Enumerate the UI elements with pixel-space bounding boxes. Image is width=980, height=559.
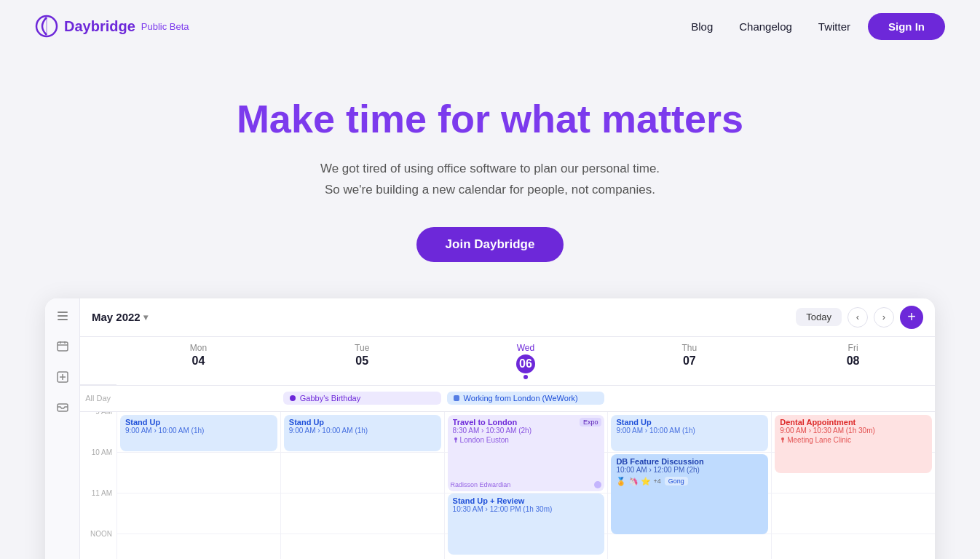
tue-standup-event[interactable]: Stand Up 9:00 AM › 10:00 AM (1h) bbox=[284, 415, 441, 451]
day-header-wed: Wed 06 bbox=[444, 337, 608, 385]
hero-subtitle: We got tired of using office software to… bbox=[17, 159, 963, 201]
day-col-mon: Stand Up 9:00 AM › 10:00 AM (1h) Lunch 1… bbox=[116, 412, 280, 559]
fri-dental-event[interactable]: Dental Appointment 9:00 AM › 10:30 AM (1… bbox=[775, 415, 932, 473]
calendar-sidebar bbox=[45, 298, 80, 559]
logo-icon bbox=[35, 15, 58, 38]
svg-point-16 bbox=[781, 437, 784, 440]
svg-rect-4 bbox=[58, 319, 68, 320]
month-label: May 2022 ▾ bbox=[92, 311, 148, 323]
allday-wed: Working from London (WeWork) bbox=[444, 389, 608, 407]
brand-name: Daybridge bbox=[64, 18, 135, 35]
svg-rect-2 bbox=[58, 312, 68, 313]
svg-rect-12 bbox=[58, 404, 68, 411]
nav-twitter[interactable]: Twitter bbox=[818, 20, 850, 33]
svg-rect-3 bbox=[58, 315, 68, 317]
svg-point-13 bbox=[290, 395, 296, 401]
time-noon: NOON bbox=[80, 534, 116, 559]
month-chevron-icon: ▾ bbox=[143, 312, 148, 322]
days-grid: Stand Up 9:00 AM › 10:00 AM (1h) Lunch 1… bbox=[116, 412, 935, 559]
today-button[interactable]: Today bbox=[796, 308, 842, 326]
calendar-header: May 2022 ▾ Today ‹ › + bbox=[80, 298, 935, 337]
day-header-mon: Mon 04 bbox=[116, 337, 280, 385]
wed-standup-review-event[interactable]: Stand Up + Review 10:30 AM › 12:00 PM (1… bbox=[448, 493, 605, 555]
birthday-event[interactable]: Gabby's Birthday bbox=[283, 392, 441, 405]
time-col-spacer bbox=[80, 337, 116, 385]
join-button[interactable]: Join Daybridge bbox=[416, 227, 564, 262]
time-labels-col: 9 AM 10 AM 11 AM NOON 1 PM bbox=[80, 412, 116, 559]
svg-point-15 bbox=[454, 437, 457, 440]
thu-standup-event[interactable]: Stand Up 9:00 AM › 10:00 AM (1h) bbox=[611, 415, 768, 451]
sidebar-toggle-icon[interactable] bbox=[54, 307, 71, 325]
next-week-button[interactable]: › bbox=[874, 307, 894, 328]
logo-link[interactable]: Daybridge bbox=[35, 15, 135, 38]
sidebar-task-icon[interactable] bbox=[54, 368, 71, 386]
beta-badge: Public Beta bbox=[141, 21, 189, 32]
nav-links: Blog Changelog Twitter bbox=[691, 20, 850, 33]
nav-changelog[interactable]: Changelog bbox=[739, 20, 792, 33]
svg-rect-5 bbox=[58, 342, 68, 351]
hero-section: Make time for what matters We got tired … bbox=[0, 52, 980, 298]
sidebar-calendar-icon[interactable] bbox=[54, 338, 71, 355]
day-header-thu: Thu 07 bbox=[607, 337, 771, 385]
day-col-tue: Stand Up 9:00 AM › 10:00 AM (1h) bbox=[280, 412, 444, 559]
time-9am: 9 AM bbox=[80, 412, 116, 453]
allday-tue: Gabby's Birthday bbox=[280, 389, 444, 407]
time-10am: 10 AM bbox=[80, 453, 116, 493]
add-event-button[interactable]: + bbox=[900, 306, 923, 329]
time-grid: 9 AM 10 AM 11 AM NOON 1 PM bbox=[80, 412, 935, 559]
time-11am: 11 AM bbox=[80, 493, 116, 534]
day-header-tue: Tue 05 bbox=[280, 337, 444, 385]
navbar: Daybridge Public Beta Blog Changelog Twi… bbox=[0, 0, 980, 52]
allday-row: All Day Gabby's Birthday Working from Lo… bbox=[80, 386, 935, 412]
calendar-main: May 2022 ▾ Today ‹ › + Mon 04 Tue 05 Wed bbox=[80, 298, 935, 559]
svg-rect-14 bbox=[454, 395, 459, 401]
day-col-wed: Travel to London 8:30 AM › 10:30 AM (2h)… bbox=[444, 412, 608, 559]
day-col-fri: Dental Appointment 9:00 AM › 10:30 AM (1… bbox=[771, 412, 935, 559]
hero-title: Make time for what matters bbox=[17, 96, 963, 141]
day-col-thu: Stand Up 9:00 AM › 10:00 AM (1h) DB Feat… bbox=[607, 412, 771, 559]
day-headers: Mon 04 Tue 05 Wed 06 Thu 07 Fri 08 bbox=[80, 337, 935, 386]
nav-blog[interactable]: Blog bbox=[691, 20, 713, 33]
calendar-controls: Today ‹ › + bbox=[796, 306, 923, 329]
mon-standup-event[interactable]: Stand Up 9:00 AM › 10:00 AM (1h) bbox=[120, 415, 277, 451]
prev-week-button[interactable]: ‹ bbox=[847, 307, 868, 328]
signin-button[interactable]: Sign In bbox=[868, 13, 945, 40]
allday-label: All Day bbox=[80, 394, 116, 403]
sidebar-inbox-icon[interactable] bbox=[54, 399, 71, 416]
calendar-preview: May 2022 ▾ Today ‹ › + Mon 04 Tue 05 Wed bbox=[45, 298, 935, 559]
wed-travel-event[interactable]: Travel to London 8:30 AM › 10:30 AM (2h)… bbox=[448, 415, 605, 491]
wework-event[interactable]: Working from London (WeWork) bbox=[447, 392, 605, 405]
thu-db-feature-event[interactable]: DB Feature Discussion 10:00 AM › 12:00 P… bbox=[611, 454, 768, 534]
day-header-fri: Fri 08 bbox=[771, 337, 935, 385]
